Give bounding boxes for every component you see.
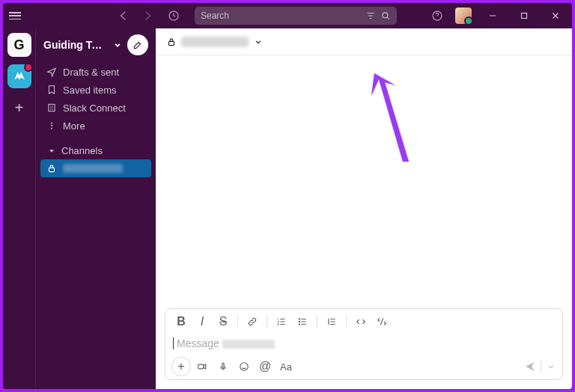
sidebar-item-label: Saved items: [63, 85, 117, 96]
svg-point-10: [299, 319, 299, 319]
filter-icon[interactable]: [365, 10, 376, 21]
audio-button[interactable]: [213, 357, 233, 376]
close-button[interactable]: [545, 7, 566, 25]
message-placeholder: Message: [177, 337, 275, 349]
svg-rect-8: [49, 168, 55, 171]
maximize-button[interactable]: [514, 7, 535, 25]
search-placeholder: Search: [201, 10, 229, 21]
svg-point-15: [240, 363, 249, 371]
workspace-name: Guiding Tec...: [43, 39, 108, 51]
sidebar-nav: Drafts & sent Saved items Slack Connect …: [36, 61, 156, 138]
composer: B I S: [165, 308, 563, 380]
channel-name-redacted: [63, 164, 123, 173]
more-icon: [46, 120, 57, 131]
message-input[interactable]: Message: [165, 334, 562, 354]
back-button[interactable]: [115, 8, 130, 23]
svg-rect-13: [198, 364, 204, 369]
titlebar-left: [9, 10, 21, 21]
sidebar-item-connect[interactable]: Slack Connect: [36, 99, 156, 117]
caret-down-icon: [46, 146, 57, 156]
workspace-rail: G +: [3, 28, 36, 389]
send-button[interactable]: [524, 360, 556, 373]
lock-icon: [166, 37, 177, 47]
titlebar-right: [430, 7, 566, 25]
text-cursor: [173, 337, 174, 349]
search-input[interactable]: Search: [195, 7, 397, 25]
svg-rect-4: [49, 104, 55, 111]
bullet-list-button[interactable]: [293, 312, 312, 331]
main-row: G + Guiding Tec... Drafts & sent: [3, 28, 572, 389]
sidebar-item-label: Slack Connect: [63, 102, 126, 114]
titlebar: Search: [3, 3, 572, 28]
workspace-header[interactable]: Guiding Tec...: [36, 28, 156, 61]
bold-button[interactable]: B: [171, 312, 191, 331]
help-button[interactable]: [430, 8, 445, 23]
svg-point-11: [299, 321, 299, 322]
channel-header[interactable]: [156, 28, 572, 55]
history-button[interactable]: [166, 8, 181, 23]
svg-rect-9: [169, 41, 174, 45]
video-button[interactable]: [192, 357, 212, 376]
chevron-down-icon: [546, 361, 556, 372]
sidebar-item-drafts[interactable]: Drafts & sent: [36, 63, 156, 81]
formatting-toggle[interactable]: Aa: [276, 357, 296, 376]
lock-icon: [46, 163, 57, 174]
menu-icon[interactable]: [9, 10, 21, 21]
action-toolbar: + @ Aa: [165, 354, 562, 379]
sidebar: Guiding Tec... Drafts & sent Saved items: [36, 28, 156, 389]
message-area: [156, 55, 572, 308]
content-pane: B I S: [156, 28, 572, 389]
mention-button[interactable]: @: [255, 357, 275, 376]
avatar[interactable]: [455, 7, 472, 24]
section-label: Channels: [61, 145, 103, 156]
chevron-down-icon: [112, 40, 123, 50]
search-icon[interactable]: [380, 10, 391, 21]
link-button[interactable]: [243, 312, 262, 331]
sidebar-item-saved[interactable]: Saved items: [36, 81, 156, 99]
svg-point-5: [51, 123, 52, 124]
send-icon: [46, 67, 57, 77]
composer-container: B I S: [156, 308, 572, 389]
svg-point-12: [299, 324, 299, 325]
channel-item-selected[interactable]: [40, 159, 151, 177]
workspace-tile-1[interactable]: G: [7, 33, 31, 57]
sidebar-item-label: More: [63, 120, 85, 132]
channel-name-redacted: [181, 37, 249, 47]
chevron-down-icon: [253, 37, 264, 47]
attach-button[interactable]: +: [171, 357, 191, 376]
italic-button[interactable]: I: [192, 312, 212, 331]
app-window: Search G + Guiding Tec...: [3, 3, 572, 389]
channels-section-header[interactable]: Channels: [36, 142, 156, 159]
forward-button[interactable]: [141, 8, 156, 23]
add-workspace-button[interactable]: +: [7, 96, 31, 120]
svg-rect-3: [522, 13, 527, 19]
compose-button[interactable]: [127, 34, 148, 55]
emoji-button[interactable]: [234, 357, 254, 376]
sidebar-item-more[interactable]: More: [36, 117, 156, 135]
workspace-tile-2[interactable]: [7, 64, 31, 88]
sidebar-item-label: Drafts & sent: [63, 67, 119, 78]
strike-button[interactable]: S: [213, 312, 233, 331]
svg-rect-14: [222, 363, 224, 367]
minimize-button[interactable]: [482, 7, 503, 25]
blockquote-button[interactable]: [322, 312, 341, 331]
svg-point-7: [51, 128, 52, 129]
svg-point-1: [383, 13, 388, 18]
format-toolbar: B I S: [165, 309, 562, 334]
ordered-list-button[interactable]: [272, 312, 291, 331]
building-icon: [46, 102, 57, 113]
history-nav: [115, 8, 181, 23]
svg-point-6: [51, 125, 52, 126]
code-button[interactable]: [351, 312, 371, 331]
bookmark-icon: [46, 85, 57, 95]
codeblock-button[interactable]: [372, 312, 392, 331]
